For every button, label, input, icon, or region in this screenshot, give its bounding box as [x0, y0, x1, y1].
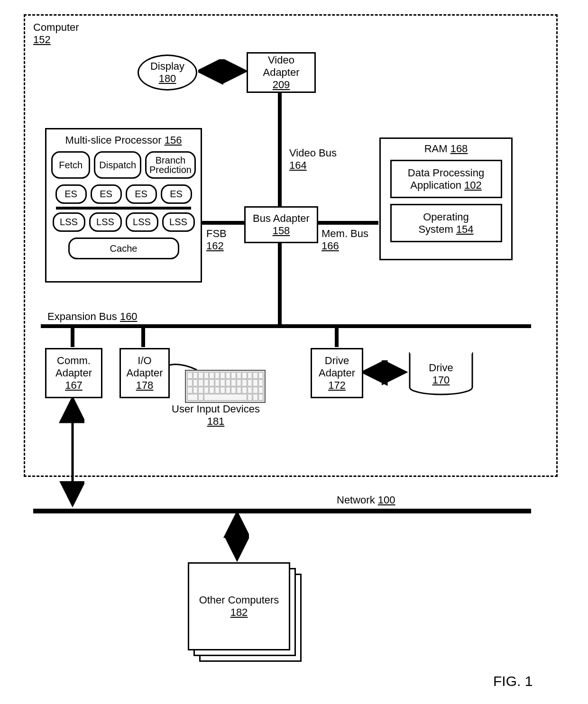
processor-num: 156 — [165, 134, 182, 146]
io-adapter-num: 178 — [136, 379, 154, 392]
comm-adapter-block: Comm. Adapter 167 — [45, 348, 102, 398]
ram-num: 168 — [450, 143, 468, 155]
io-adapter-label1: I/O — [138, 355, 151, 367]
drive-adapter-num: 172 — [328, 379, 346, 392]
mem-bus-num: 166 — [322, 240, 339, 252]
branch-prediction-pill: Branch Prediction — [145, 151, 196, 179]
drive-label: Drive — [429, 362, 453, 374]
prediction-text: Prediction — [149, 165, 192, 174]
es-pill-1: ES — [55, 184, 87, 204]
user-input-num: 181 — [207, 415, 225, 427]
dispatch-pill: Dispatch — [94, 151, 141, 179]
ram-block: RAM 168 Data Processing Application 102 … — [379, 137, 513, 260]
ram-title: RAM 168 — [424, 143, 468, 155]
other-computers-num: 182 — [230, 606, 248, 619]
network-text: Network — [337, 494, 375, 506]
os-label1: Operating — [423, 211, 469, 223]
drive-text-wrap: Drive 170 — [429, 362, 453, 386]
user-input-text: User Input Devices — [172, 403, 260, 415]
processor-cache-row: Cache — [51, 238, 196, 259]
operating-system-block: Operating System 154 — [390, 204, 502, 242]
app-label2: Application — [410, 179, 461, 191]
network-label: Network 100 — [337, 494, 395, 506]
processor-title: Multi-slice Processor 156 — [51, 134, 196, 146]
ram-label: RAM — [424, 143, 448, 155]
other-computers-label: Other Computers — [199, 594, 279, 606]
data-processing-app-block: Data Processing Application 102 — [390, 160, 502, 198]
processor-es-row: ES ES ES ES — [51, 184, 196, 204]
comm-adapter-label1: Comm. — [57, 355, 91, 367]
display-block: Display 180 — [138, 55, 197, 91]
processor-title-text: Multi-slice Processor — [65, 134, 162, 146]
drive-block: Drive 170 — [408, 344, 474, 396]
processor-block: Multi-slice Processor 156 Fetch Dispatch… — [45, 128, 202, 283]
processor-divider — [56, 207, 191, 210]
lss-pill-4: LSS — [162, 212, 195, 232]
computer-label: Computer 152 — [33, 21, 79, 46]
mem-bus-label: Mem. Bus 166 — [322, 228, 368, 252]
os-line2: System 154 — [418, 223, 473, 236]
expansion-bus-num: 160 — [120, 311, 138, 322]
io-adapter-label2: Adapter — [126, 367, 163, 379]
io-adapter-block: I/O Adapter 178 — [119, 348, 170, 398]
keyboard-icon — [185, 370, 266, 403]
es-pill-2: ES — [91, 184, 122, 204]
video-adapter-num: 209 — [273, 79, 290, 91]
drive-adapter-block: Drive Adapter 172 — [311, 348, 363, 398]
video-adapter-label1: Video — [268, 54, 294, 66]
expansion-bus-label: Expansion Bus 160 — [47, 311, 138, 323]
drive-adapter-label1: Drive — [325, 355, 349, 367]
bus-adapter-num: 158 — [273, 225, 290, 237]
video-adapter-block: Video Adapter 209 — [247, 52, 316, 93]
es-pill-3: ES — [126, 184, 157, 204]
user-input-label: User Input Devices 181 — [156, 403, 275, 428]
video-bus-label: Video Bus 164 — [289, 147, 337, 172]
lss-pill-3: LSS — [126, 212, 158, 232]
app-num: 102 — [464, 179, 482, 191]
processor-row1: Fetch Dispatch Branch Prediction — [51, 151, 196, 179]
video-bus-text: Video Bus — [289, 147, 337, 159]
bus-adapter-block: Bus Adapter 158 — [244, 206, 318, 243]
drive-adapter-label2: Adapter — [319, 367, 355, 379]
figure-label: FIG. 1 — [493, 673, 533, 689]
video-bus-num: 164 — [289, 159, 307, 171]
computer-num: 152 — [33, 34, 51, 46]
app-line2: Application 102 — [410, 179, 481, 192]
display-num: 180 — [159, 73, 176, 85]
cache-pill: Cache — [68, 238, 179, 259]
es-pill-4: ES — [161, 184, 192, 204]
display-label: Display — [150, 60, 184, 73]
computer-label-text: Computer — [33, 21, 79, 33]
comm-adapter-label2: Adapter — [55, 367, 92, 379]
os-label2: System — [418, 223, 453, 235]
app-label1: Data Processing — [408, 167, 484, 179]
expansion-bus-text: Expansion Bus — [47, 311, 117, 322]
branch-text: Branch — [156, 155, 185, 165]
fetch-pill: Fetch — [51, 151, 90, 179]
comm-adapter-num: 167 — [65, 379, 83, 392]
diagram-canvas: Computer 152 Display 180 Video Adapter 2… — [9, 9, 579, 695]
video-adapter-label2: Adapter — [263, 66, 299, 79]
fsb-label: FSB 162 — [206, 228, 227, 252]
mem-bus-text: Mem. Bus — [322, 228, 368, 239]
fsb-num: 162 — [206, 240, 224, 252]
processor-lss-row: LSS LSS LSS LSS — [51, 212, 196, 232]
svg-point-14 — [410, 345, 472, 359]
fsb-text: FSB — [206, 228, 227, 239]
network-num: 100 — [378, 494, 395, 506]
lss-pill-1: LSS — [53, 212, 85, 232]
lss-pill-2: LSS — [89, 212, 122, 232]
bus-adapter-label: Bus Adapter — [253, 212, 310, 225]
other-computers-block: Other Computers 182 — [188, 562, 290, 650]
drive-num: 170 — [432, 374, 450, 386]
os-num: 154 — [456, 223, 474, 235]
